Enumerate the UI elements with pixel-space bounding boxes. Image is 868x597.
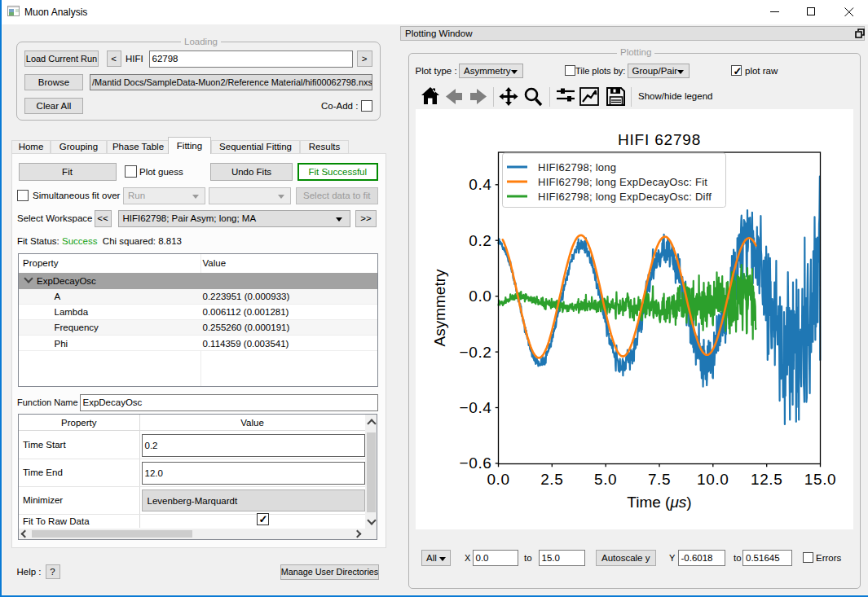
svg-text:HIFI62798; long: HIFI62798; long: [538, 161, 616, 173]
svg-text:HIFI62798; long ExpDecayOsc: D: HIFI62798; long ExpDecayOsc: Diff: [538, 191, 712, 203]
svg-text:Asymmetry: Asymmetry: [431, 269, 448, 347]
svg-text:−0.6: −0.6: [459, 454, 491, 472]
svg-text:HIFI62798; long ExpDecayOsc: F: HIFI62798; long ExpDecayOsc: Fit: [538, 176, 707, 188]
svg-text:HIFI 62798: HIFI 62798: [618, 131, 701, 148]
svg-text:Time (μs): Time (μs): [627, 494, 691, 511]
svg-text:0.2: 0.2: [469, 232, 491, 249]
svg-text:15.0: 15.0: [804, 471, 835, 488]
svg-text:2.5: 2.5: [540, 471, 563, 488]
svg-text:12.5: 12.5: [751, 471, 782, 488]
svg-text:−0.2: −0.2: [459, 344, 491, 361]
svg-text:0.0: 0.0: [487, 471, 509, 488]
svg-text:0.0: 0.0: [469, 288, 491, 305]
svg-text:−0.4: −0.4: [459, 399, 491, 416]
svg-text:7.5: 7.5: [647, 471, 670, 488]
svg-text:0.4: 0.4: [469, 176, 491, 193]
svg-text:5.0: 5.0: [594, 471, 617, 488]
svg-text:10.0: 10.0: [697, 471, 729, 488]
